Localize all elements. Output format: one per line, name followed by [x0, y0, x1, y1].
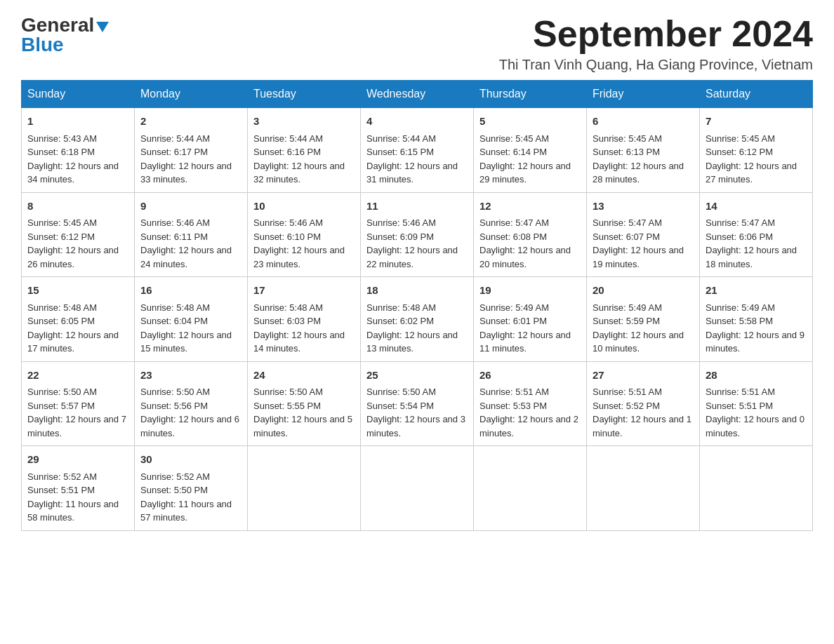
daylight-text: Daylight: 12 hours and 34 minutes. [27, 161, 119, 185]
daylight-text: Daylight: 12 hours and 24 minutes. [140, 245, 232, 269]
calendar-day-cell: 8Sunrise: 5:45 AMSunset: 6:12 PMDaylight… [22, 192, 135, 277]
daylight-text: Daylight: 12 hours and 26 minutes. [27, 245, 119, 269]
day-number: 20 [593, 283, 694, 299]
sunset-text: Sunset: 6:17 PM [140, 147, 208, 157]
calendar-table: SundayMondayTuesdayWednesdayThursdayFrid… [21, 80, 813, 531]
sunrise-text: Sunrise: 5:49 AM [479, 302, 549, 313]
daylight-text: Daylight: 12 hours and 2 minutes. [479, 414, 578, 438]
day-number: 4 [366, 114, 468, 130]
sunrise-text: Sunrise: 5:47 AM [593, 217, 662, 228]
day-number: 15 [27, 283, 128, 299]
day-number: 21 [706, 283, 807, 299]
calendar-day-cell: 28Sunrise: 5:51 AMSunset: 5:51 PMDayligh… [700, 361, 813, 446]
calendar-day-cell: 19Sunrise: 5:49 AMSunset: 6:01 PMDayligh… [474, 277, 587, 362]
calendar-header-sunday: Sunday [22, 81, 135, 108]
sunset-text: Sunset: 5:56 PM [140, 401, 208, 411]
sunset-text: Sunset: 6:16 PM [253, 147, 321, 157]
calendar-day-cell: 2Sunrise: 5:44 AMSunset: 6:17 PMDaylight… [135, 108, 248, 193]
sunset-text: Sunset: 6:05 PM [27, 316, 95, 326]
sunset-text: Sunset: 6:12 PM [27, 232, 95, 242]
daylight-text: Daylight: 12 hours and 10 minutes. [593, 330, 684, 354]
daylight-text: Daylight: 12 hours and 3 minutes. [366, 414, 465, 438]
sunrise-text: Sunrise: 5:47 AM [706, 217, 775, 228]
calendar-day-cell: 13Sunrise: 5:47 AMSunset: 6:07 PMDayligh… [587, 192, 700, 277]
logo-triangle-icon [96, 22, 109, 32]
sunrise-text: Sunrise: 5:48 AM [253, 302, 323, 313]
calendar-day-cell: 16Sunrise: 5:48 AMSunset: 6:04 PMDayligh… [135, 277, 248, 362]
sunset-text: Sunset: 5:54 PM [366, 401, 434, 411]
day-number: 12 [479, 199, 581, 215]
sunrise-text: Sunrise: 5:46 AM [253, 217, 323, 228]
day-number: 18 [366, 283, 468, 299]
daylight-text: Daylight: 12 hours and 17 minutes. [27, 330, 119, 354]
sunrise-text: Sunrise: 5:52 AM [27, 471, 97, 482]
sunrise-text: Sunrise: 5:48 AM [366, 302, 436, 313]
calendar-day-cell: 7Sunrise: 5:45 AMSunset: 6:12 PMDaylight… [700, 108, 813, 193]
calendar-day-cell [700, 446, 813, 531]
calendar-day-cell: 4Sunrise: 5:44 AMSunset: 6:15 PMDaylight… [361, 108, 474, 193]
logo-blue-text: Blue [21, 34, 64, 56]
sunset-text: Sunset: 6:10 PM [253, 232, 321, 242]
calendar-day-cell: 22Sunrise: 5:50 AMSunset: 5:57 PMDayligh… [22, 361, 135, 446]
daylight-text: Daylight: 12 hours and 18 minutes. [706, 245, 797, 269]
calendar-day-cell: 14Sunrise: 5:47 AMSunset: 6:06 PMDayligh… [700, 192, 813, 277]
day-number: 14 [706, 199, 807, 215]
calendar-header-saturday: Saturday [700, 81, 813, 108]
calendar-week-row: 29Sunrise: 5:52 AMSunset: 5:51 PMDayligh… [22, 446, 813, 531]
day-number: 5 [479, 114, 581, 130]
calendar-day-cell [587, 446, 700, 531]
calendar-day-cell [361, 446, 474, 531]
day-number: 2 [140, 114, 241, 130]
day-number: 17 [253, 283, 355, 299]
daylight-text: Daylight: 12 hours and 31 minutes. [366, 161, 458, 185]
sunrise-text: Sunrise: 5:48 AM [27, 302, 97, 313]
sunrise-text: Sunrise: 5:50 AM [253, 387, 323, 397]
sunset-text: Sunset: 5:57 PM [27, 401, 95, 411]
sunset-text: Sunset: 6:15 PM [366, 147, 434, 157]
calendar-week-row: 15Sunrise: 5:48 AMSunset: 6:05 PMDayligh… [22, 277, 813, 362]
calendar-header-friday: Friday [587, 81, 700, 108]
sunset-text: Sunset: 5:51 PM [706, 401, 773, 411]
calendar-week-row: 8Sunrise: 5:45 AMSunset: 6:12 PMDaylight… [22, 192, 813, 277]
daylight-text: Daylight: 12 hours and 9 minutes. [706, 330, 805, 354]
calendar-header-wednesday: Wednesday [361, 81, 474, 108]
day-number: 1 [27, 114, 128, 130]
calendar-day-cell [248, 446, 361, 531]
sunset-text: Sunset: 5:52 PM [593, 401, 660, 411]
calendar-day-cell: 21Sunrise: 5:49 AMSunset: 5:58 PMDayligh… [700, 277, 813, 362]
sunset-text: Sunset: 5:50 PM [140, 485, 208, 495]
daylight-text: Daylight: 12 hours and 13 minutes. [366, 330, 458, 354]
daylight-text: Daylight: 12 hours and 0 minutes. [706, 414, 805, 438]
sunrise-text: Sunrise: 5:50 AM [140, 387, 210, 397]
day-number: 8 [27, 199, 128, 215]
calendar-header-tuesday: Tuesday [248, 81, 361, 108]
month-title: September 2024 [499, 14, 813, 54]
daylight-text: Daylight: 12 hours and 14 minutes. [253, 330, 345, 354]
daylight-text: Daylight: 12 hours and 28 minutes. [593, 161, 684, 185]
sunset-text: Sunset: 6:02 PM [366, 316, 434, 326]
sunset-text: Sunset: 6:13 PM [593, 147, 660, 157]
daylight-text: Daylight: 12 hours and 27 minutes. [706, 161, 797, 185]
calendar-day-cell: 1Sunrise: 5:43 AMSunset: 6:18 PMDaylight… [22, 108, 135, 193]
calendar-day-cell: 9Sunrise: 5:46 AMSunset: 6:11 PMDaylight… [135, 192, 248, 277]
calendar-week-row: 22Sunrise: 5:50 AMSunset: 5:57 PMDayligh… [22, 361, 813, 446]
calendar-day-cell: 23Sunrise: 5:50 AMSunset: 5:56 PMDayligh… [135, 361, 248, 446]
calendar-day-cell: 3Sunrise: 5:44 AMSunset: 6:16 PMDaylight… [248, 108, 361, 193]
calendar-day-cell: 27Sunrise: 5:51 AMSunset: 5:52 PMDayligh… [587, 361, 700, 446]
day-number: 11 [366, 199, 468, 215]
day-number: 19 [479, 283, 581, 299]
sunrise-text: Sunrise: 5:47 AM [479, 217, 549, 228]
day-number: 7 [706, 114, 807, 130]
day-number: 10 [253, 199, 355, 215]
calendar-day-cell: 17Sunrise: 5:48 AMSunset: 6:03 PMDayligh… [248, 277, 361, 362]
day-number: 22 [27, 368, 128, 384]
sunrise-text: Sunrise: 5:52 AM [140, 471, 210, 482]
sunrise-text: Sunrise: 5:44 AM [366, 133, 436, 144]
sunrise-text: Sunrise: 5:49 AM [706, 302, 775, 313]
calendar-day-cell: 24Sunrise: 5:50 AMSunset: 5:55 PMDayligh… [248, 361, 361, 446]
calendar-header-row: SundayMondayTuesdayWednesdayThursdayFrid… [22, 81, 813, 108]
daylight-text: Daylight: 12 hours and 7 minutes. [27, 414, 126, 438]
page-header: General Blue September 2024 Thi Tran Vin… [21, 14, 813, 73]
daylight-text: Daylight: 12 hours and 29 minutes. [479, 161, 571, 185]
day-number: 13 [593, 199, 694, 215]
